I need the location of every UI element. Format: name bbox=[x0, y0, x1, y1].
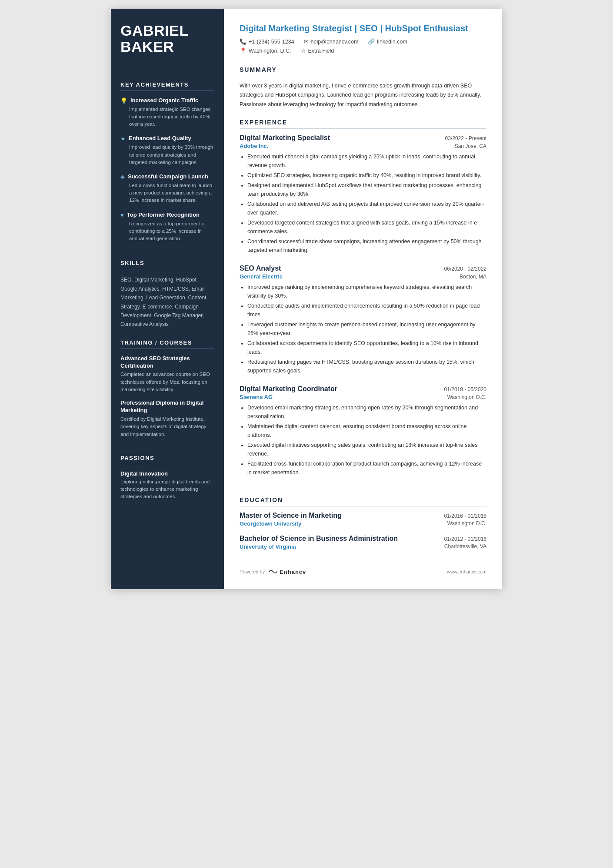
achievement-title-4: Top Performer Recognition bbox=[127, 211, 200, 219]
summary-section-title: SUMMARY bbox=[240, 66, 486, 73]
job-2-bullet-1: Improved page ranking by implementing co… bbox=[247, 283, 486, 300]
job-3-bullets: Developed email marketing strategies, en… bbox=[240, 403, 486, 477]
course-title-2: Professional Diploma in Digital Marketin… bbox=[120, 399, 214, 414]
job-3-title: Digital Marketing Coordinator bbox=[240, 385, 337, 393]
job-2-location: Boston, MA bbox=[460, 274, 486, 280]
edu-2-location: Charlottesville, VA bbox=[444, 543, 486, 550]
edu-1-school-row: Georgetown University Washington D.C. bbox=[240, 520, 486, 527]
phone-text: +1-(234)-555-1234 bbox=[249, 39, 294, 45]
job-2: SEO Analyst 06/2020 - 02/2022 General El… bbox=[240, 265, 486, 376]
powered-by-label: Powered by bbox=[240, 569, 265, 574]
linkedin-icon: 🔗 bbox=[368, 38, 375, 45]
edu-1-dates: 01/2016 - 01/2018 bbox=[444, 513, 486, 519]
achievement-title-3: Successful Campaign Launch bbox=[128, 173, 208, 181]
job-3: Digital Marketing Coordinator 01/2018 - … bbox=[240, 385, 486, 478]
job-1-company-row: Adobe Inc. San Jose, CA bbox=[240, 143, 486, 149]
job-2-bullet-2: Conducted site audits and implemented en… bbox=[247, 302, 486, 319]
contact-email: ✉ help@enhancv.com bbox=[304, 38, 359, 45]
job-2-title-row: SEO Analyst 06/2020 - 02/2022 bbox=[240, 265, 486, 272]
star-icon: ★ bbox=[120, 135, 126, 142]
job-3-title-row: Digital Marketing Coordinator 01/2018 - … bbox=[240, 385, 486, 393]
star-contact-icon: ☆ bbox=[301, 47, 306, 54]
training-divider bbox=[120, 349, 214, 349]
job-3-company-row: Siemens AG Washington D.C. bbox=[240, 394, 486, 400]
main-header: Digital Marketing Strategist | SEO | Hub… bbox=[240, 23, 486, 57]
education-section-title: EDUCATION bbox=[240, 496, 486, 503]
edu-1-title-row: Master of Science in Marketing 01/2016 -… bbox=[240, 512, 486, 519]
edu-2: Bachelor of Science in Business Administ… bbox=[240, 535, 486, 550]
edu-2-school: University of Virginia bbox=[240, 543, 296, 550]
passion-desc-1: Exploring cutting-edge digital trends an… bbox=[120, 478, 214, 501]
course-desc-2: Certified by Digital Marketing Institute… bbox=[120, 416, 214, 438]
enhancv-logo-icon bbox=[268, 569, 278, 575]
phone-icon: 📞 bbox=[240, 38, 247, 45]
job-title: Digital Marketing Strategist | SEO | Hub… bbox=[240, 23, 486, 34]
job-1-bullet-1: Executed multi-channel digital campaigns… bbox=[247, 152, 486, 170]
heart-icon: ♥ bbox=[120, 212, 124, 218]
contact-row: 📞 +1-(234)-555-1234 ✉ help@enhancv.com 🔗… bbox=[240, 38, 486, 45]
job-3-bullet-1: Developed email marketing strategies, en… bbox=[247, 403, 486, 421]
passion-item-1: Digital Innovation Exploring cutting-edg… bbox=[120, 470, 214, 501]
job-1-bullet-4: Collaborated on and delivered A/B testin… bbox=[247, 200, 486, 217]
contact-extra: ☆ Extra Field bbox=[301, 47, 334, 54]
achievement-desc-3: Led a cross-functional team to launch a … bbox=[120, 182, 214, 204]
achievements-list: 💡 Increased Organic Traffic Implemented … bbox=[120, 97, 214, 250]
achievement-title-1: Increased Organic Traffic bbox=[130, 97, 198, 104]
edu-1: Master of Science in Marketing 01/2016 -… bbox=[240, 512, 486, 527]
course-item-1: Advanced SEO Strategies Certification Co… bbox=[120, 355, 214, 394]
diamond-icon: ◈ bbox=[120, 174, 125, 180]
job-2-title: SEO Analyst bbox=[240, 265, 281, 272]
linkedin-text: linkedin.com bbox=[377, 39, 407, 45]
training-list: Advanced SEO Strategies Certification Co… bbox=[120, 355, 214, 444]
resume-wrapper: GABRIELBAKER KEY ACHIEVEMENTS 💡 Increase… bbox=[111, 9, 502, 589]
candidate-name: GABRIELBAKER bbox=[120, 23, 214, 55]
edu-1-school: Georgetown University bbox=[240, 520, 301, 527]
course-desc-1: Completed an advanced course on SEO tech… bbox=[120, 371, 214, 393]
summary-text: With over 3 years in digital marketing, … bbox=[240, 81, 486, 109]
skills-text: SEO, Digital Marketing, HubSpot, Google … bbox=[120, 275, 214, 328]
achievement-title-2: Enhanced Lead Quality bbox=[129, 135, 191, 142]
experience-section-title: EXPERIENCE bbox=[240, 119, 486, 126]
passions-section-title: PASSIONS bbox=[120, 455, 214, 461]
job-3-bullet-3: Executed digital initiatives supporting … bbox=[247, 441, 486, 458]
main-content: Digital Marketing Strategist | SEO | Hub… bbox=[224, 9, 502, 589]
bulb-icon: 💡 bbox=[120, 97, 127, 104]
passions-list: Digital Innovation Exploring cutting-edg… bbox=[120, 470, 214, 507]
edu-2-title-row: Bachelor of Science in Business Administ… bbox=[240, 535, 486, 543]
job-1-bullet-6: Coordinated successful trade show campai… bbox=[247, 237, 486, 255]
achievement-desc-2: Improved lead quality by 30% through tai… bbox=[120, 144, 214, 166]
contact-phone: 📞 +1-(234)-555-1234 bbox=[240, 38, 294, 45]
job-1-dates: 03/2022 - Present bbox=[445, 135, 486, 141]
footer-website: www.enhancv.com bbox=[447, 569, 486, 574]
job-1: Digital Marketing Specialist 03/2022 - P… bbox=[240, 134, 486, 256]
contact-row-2: 📍 Washington, D.C. ☆ Extra Field bbox=[240, 47, 486, 54]
job-1-title: Digital Marketing Specialist bbox=[240, 134, 330, 142]
job-1-bullets: Executed multi-channel digital campaigns… bbox=[240, 152, 486, 255]
achievement-desc-1: Implemented strategic SEO changes that i… bbox=[120, 106, 214, 128]
edu-2-school-row: University of Virginia Charlottesville, … bbox=[240, 543, 486, 550]
contact-linkedin: 🔗 linkedin.com bbox=[368, 38, 407, 45]
footer-brand: Enhancv bbox=[280, 569, 306, 575]
edu-1-degree: Master of Science in Marketing bbox=[240, 512, 342, 519]
job-2-bullet-5: Redesigned landing pages via HTML/CSS, b… bbox=[247, 358, 486, 375]
job-2-bullet-3: Leveraged customer insights to create pe… bbox=[247, 320, 486, 338]
edu-2-dates: 01/2012 - 01/2016 bbox=[444, 536, 486, 542]
summary-divider bbox=[240, 76, 486, 76]
achievement-desc-4: Recognized as a top performer for contri… bbox=[120, 220, 214, 243]
job-3-location: Washington D.C. bbox=[447, 394, 486, 400]
job-3-company: Siemens AG bbox=[240, 394, 273, 400]
training-section-title: TRAINING / COURSES bbox=[120, 339, 214, 346]
job-2-company: General Electric bbox=[240, 273, 283, 280]
job-1-bullet-5: Developed targeted content strategies th… bbox=[247, 218, 486, 236]
job-3-bullet-2: Maintained the digital content calendar,… bbox=[247, 422, 486, 439]
education-divider bbox=[240, 506, 486, 506]
achievement-item-1: 💡 Increased Organic Traffic Implemented … bbox=[120, 97, 214, 128]
location-text: Washington, D.C. bbox=[249, 48, 291, 54]
achievement-item-3: ◈ Successful Campaign Launch Led a cross… bbox=[120, 173, 214, 204]
job-1-bullet-2: Optimized SEO strategies, increasing org… bbox=[247, 171, 486, 180]
experience-divider bbox=[240, 128, 486, 129]
job-1-company: Adobe Inc. bbox=[240, 143, 268, 149]
job-3-dates: 01/2018 - 05/2020 bbox=[444, 386, 486, 392]
job-2-bullet-4: Collaborated across departments to ident… bbox=[247, 339, 486, 356]
job-2-dates: 06/2020 - 02/2022 bbox=[444, 266, 486, 272]
